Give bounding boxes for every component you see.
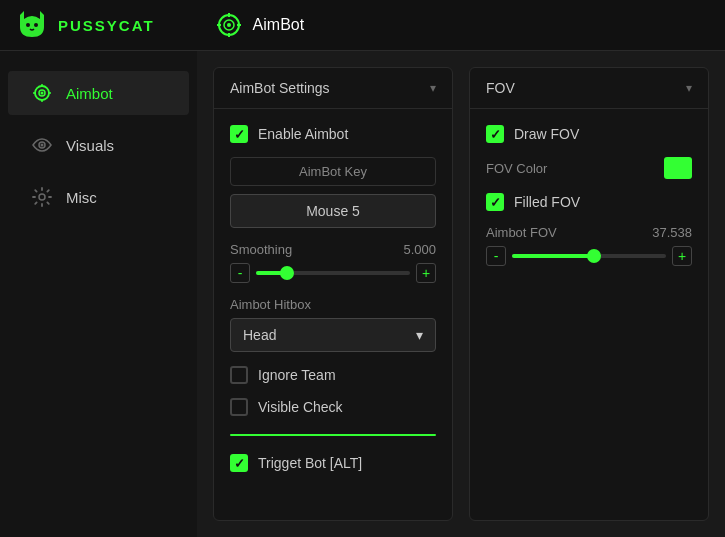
visible-check-checkbox[interactable] <box>230 398 248 416</box>
hitbox-section: Aimbot Hitbox Head ▾ <box>230 297 436 352</box>
fov-minus-button[interactable]: - <box>486 246 506 266</box>
smoothing-label: Smoothing <box>230 242 292 257</box>
aimbot-settings-title: AimBot Settings <box>230 80 330 96</box>
aimbot-fov-section: Aimbot FOV 37.538 - + <box>486 225 692 266</box>
smoothing-thumb[interactable] <box>280 266 294 280</box>
sidebar: Aimbot Visuals Misc <box>0 51 197 537</box>
draw-fov-checkmark: ✓ <box>490 127 501 142</box>
svg-point-1 <box>34 23 38 27</box>
eye-nav-icon <box>32 135 52 155</box>
hitbox-arrow-icon: ▾ <box>416 327 423 343</box>
main-content: AimBot Settings ▾ ✓ Enable Aimbot AimBot… <box>197 51 725 537</box>
sidebar-item-visuals[interactable]: Visuals <box>8 123 189 167</box>
aimbot-fov-controls: - + <box>486 246 692 266</box>
svg-point-0 <box>26 23 30 27</box>
trigget-bot-checkbox[interactable]: ✓ <box>230 454 248 472</box>
fov-color-label: FOV Color <box>486 161 547 176</box>
logo: PUSSYCAT <box>16 9 155 41</box>
sidebar-visuals-label: Visuals <box>66 137 114 154</box>
hitbox-dropdown[interactable]: Head ▾ <box>230 318 436 352</box>
enable-aimbot-row[interactable]: ✓ Enable Aimbot <box>230 125 436 143</box>
smoothing-section: Smoothing 5.000 - + <box>230 242 436 283</box>
trigget-bot-label: Trigget Bot [ALT] <box>258 455 362 471</box>
page-title: AimBot <box>253 16 305 34</box>
svg-point-17 <box>41 144 44 147</box>
topbar: PUSSYCAT AimBot <box>0 0 725 51</box>
fov-fill <box>512 254 594 258</box>
draw-fov-row[interactable]: ✓ Draw FOV <box>486 125 692 143</box>
visible-check-row[interactable]: Visible Check <box>230 398 436 416</box>
smoothing-controls: - + <box>230 263 436 283</box>
gear-nav-icon <box>32 187 52 207</box>
cat-icon <box>16 9 48 41</box>
fov-header[interactable]: FOV ▾ <box>470 68 708 109</box>
fov-color-row: FOV Color <box>486 157 692 179</box>
layout: Aimbot Visuals Misc <box>0 51 725 537</box>
smoothing-plus-button[interactable]: + <box>416 263 436 283</box>
aimbot-settings-panel: AimBot Settings ▾ ✓ Enable Aimbot AimBot… <box>213 67 453 521</box>
svg-point-18 <box>39 194 45 200</box>
page-title-area: AimBot <box>215 11 305 39</box>
enable-aimbot-checkbox[interactable]: ✓ <box>230 125 248 143</box>
fov-content: ✓ Draw FOV FOV Color ✓ Filled FOV <box>470 109 708 282</box>
smoothing-track[interactable] <box>256 271 410 275</box>
bottom-divider <box>230 434 436 436</box>
hitbox-value: Head <box>243 327 276 343</box>
fov-panel: FOV ▾ ✓ Draw FOV FOV Color <box>469 67 709 521</box>
trigget-bot-row[interactable]: ✓ Trigget Bot [ALT] <box>230 454 436 472</box>
filled-fov-label: Filled FOV <box>514 194 580 210</box>
filled-fov-row[interactable]: ✓ Filled FOV <box>486 193 692 211</box>
aimbot-fov-label: Aimbot FOV <box>486 225 557 240</box>
fov-plus-button[interactable]: + <box>672 246 692 266</box>
filled-fov-checkbox[interactable]: ✓ <box>486 193 504 211</box>
sidebar-item-aimbot[interactable]: Aimbot <box>8 71 189 115</box>
draw-fov-label: Draw FOV <box>514 126 579 142</box>
sidebar-aimbot-label: Aimbot <box>66 85 113 102</box>
svg-point-8 <box>227 23 231 27</box>
hitbox-label: Aimbot Hitbox <box>230 297 436 312</box>
smoothing-minus-button[interactable]: - <box>230 263 250 283</box>
sidebar-misc-label: Misc <box>66 189 97 206</box>
trigget-bot-checkmark: ✓ <box>234 456 245 471</box>
aimbot-settings-content: ✓ Enable Aimbot AimBot Key Mouse 5 Smoot… <box>214 109 452 488</box>
sidebar-item-misc[interactable]: Misc <box>8 175 189 219</box>
fov-thumb[interactable] <box>587 249 601 263</box>
aimbot-settings-arrow: ▾ <box>430 81 436 95</box>
smoothing-value: 5.000 <box>403 242 436 257</box>
enable-aimbot-checkmark: ✓ <box>234 127 245 142</box>
filled-fov-checkmark: ✓ <box>490 195 501 210</box>
draw-fov-checkbox[interactable]: ✓ <box>486 125 504 143</box>
aimbot-nav-icon <box>32 83 52 103</box>
visible-check-label: Visible Check <box>258 399 343 415</box>
fov-title: FOV <box>486 80 515 96</box>
fov-track[interactable] <box>512 254 666 258</box>
smoothing-header: Smoothing 5.000 <box>230 242 436 257</box>
aimbot-key-label: AimBot Key <box>230 157 436 186</box>
fov-color-swatch[interactable] <box>664 157 692 179</box>
aimbot-icon <box>215 11 243 39</box>
aimbot-key-section: AimBot Key Mouse 5 <box>230 157 436 228</box>
aimbot-fov-value: 37.538 <box>652 225 692 240</box>
app-title: PUSSYCAT <box>58 17 155 34</box>
enable-aimbot-label: Enable Aimbot <box>258 126 348 142</box>
ignore-team-checkbox[interactable] <box>230 366 248 384</box>
aimbot-key-button[interactable]: Mouse 5 <box>230 194 436 228</box>
ignore-team-row[interactable]: Ignore Team <box>230 366 436 384</box>
svg-point-11 <box>41 92 44 95</box>
aimbot-fov-header: Aimbot FOV 37.538 <box>486 225 692 240</box>
aimbot-settings-header[interactable]: AimBot Settings ▾ <box>214 68 452 109</box>
ignore-team-label: Ignore Team <box>258 367 336 383</box>
fov-arrow: ▾ <box>686 81 692 95</box>
